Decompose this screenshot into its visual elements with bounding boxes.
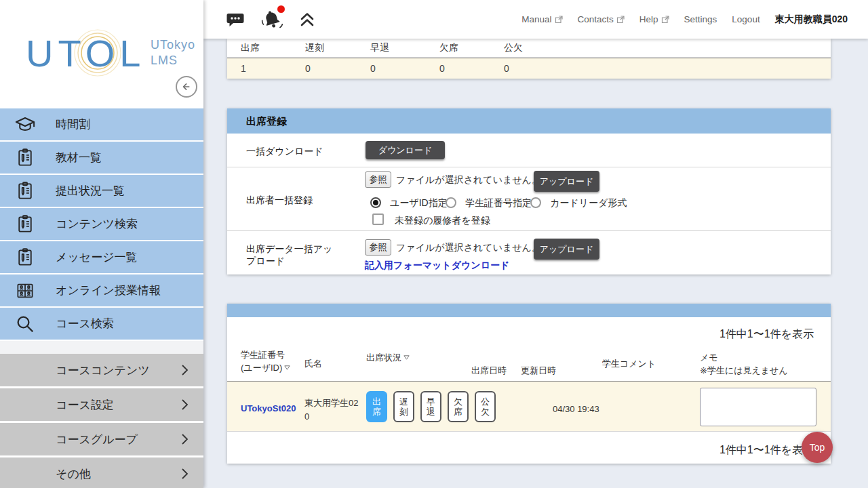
sidebar-item-others[interactable]: その他 — [0, 458, 203, 488]
section-title: 出席登録 — [227, 108, 831, 134]
summary-val-late: 0 — [305, 63, 370, 74]
sidebar-item-course-group[interactable]: コースグループ — [0, 423, 203, 455]
contacts-link-label: Contacts — [578, 14, 614, 24]
logo-subtitle-line1: UTokyo — [151, 37, 195, 53]
document-icon — [15, 247, 35, 268]
sidebar-item-course-search[interactable]: コース検索 — [0, 308, 203, 340]
arrow-left-icon — [180, 81, 193, 93]
help-link[interactable]: Help — [639, 14, 669, 24]
summary-col-attend: 出席 — [241, 42, 305, 54]
row-divider — [227, 230, 831, 231]
external-link-icon — [661, 16, 669, 24]
sidebar-item-label: コース検索 — [56, 316, 114, 331]
chevron-right-icon — [181, 399, 189, 411]
sidebar-item-content-search[interactable]: コンテンツ検索 — [0, 208, 203, 240]
register-unenrolled-checkbox[interactable] — [372, 214, 384, 225]
data-bulk-upload-label: 出席データ一括アップロード — [246, 243, 341, 267]
sidebar-item-messages[interactable]: メッセージ一覧 — [0, 241, 203, 273]
logout-link-label: Logout — [732, 14, 760, 24]
summary-col-absent: 欠席 — [439, 42, 504, 54]
radio-student-number-label: 学生証番号指定 — [465, 197, 532, 209]
status-attend-button[interactable]: 出席 — [366, 391, 387, 422]
sidebar-item-course-settings[interactable]: コース設定 — [0, 388, 203, 421]
attendance-summary-table: 出席 遅刻 早退 欠席 公欠 1 0 0 0 0 — [227, 39, 831, 79]
logout-link[interactable]: Logout — [732, 14, 760, 24]
sidebar: UTOL UTokyo LMS 時間割 教材一覧 — [0, 0, 203, 488]
result-count-text: 1件中1〜1件を表示 — [719, 443, 814, 458]
status-late-button[interactable]: 遅刻 — [393, 391, 414, 422]
radio-student-number[interactable] — [446, 197, 456, 208]
settings-link-label: Settings — [684, 14, 717, 24]
top-bar: Manual Contacts Help Settings Logout 東大用… — [203, 0, 868, 39]
status-absent-button[interactable]: 欠席 — [448, 391, 469, 422]
radio-card-reader[interactable] — [530, 197, 541, 208]
student-attendance-table: 1件中1〜1件を表示 学生証番号 (ユーザID) 氏名 出席状況 出席日時 更新… — [227, 304, 831, 464]
format-download-link[interactable]: 記入用フォーマットダウンロード — [365, 260, 509, 272]
sidebar-collapse-button[interactable] — [176, 76, 197, 98]
column-header-status[interactable]: 出席状況 — [366, 352, 410, 365]
upload-button[interactable]: アップロード — [534, 239, 599, 260]
contacts-link[interactable]: Contacts — [578, 14, 625, 24]
download-button[interactable]: ダウンロード — [366, 141, 445, 159]
memo-textarea[interactable] — [700, 388, 816, 426]
chevron-right-icon — [181, 364, 189, 376]
summary-val-absent: 0 — [439, 63, 504, 74]
settings-link[interactable]: Settings — [684, 14, 717, 24]
sidebar-item-label: コース設定 — [56, 397, 114, 413]
topbar-links: Manual Contacts Help Settings Logout 東大用… — [521, 14, 868, 26]
attendance-register-section: 出席登録 一括ダウンロード ダウンロード 出席者一括登録 参照 ファイルが選択さ… — [227, 108, 831, 274]
summary-val-early: 0 — [370, 63, 439, 74]
sidebar-section-divider — [0, 341, 203, 354]
sidebar-item-materials[interactable]: 教材一覧 — [0, 142, 203, 174]
updated-timestamp: 04/30 19:43 — [553, 404, 599, 414]
logo-subtitle-line2: LMS — [151, 53, 195, 68]
search-icon — [15, 314, 35, 334]
logo-subtitle: UTokyo LMS — [151, 37, 195, 69]
document-icon — [15, 181, 35, 201]
people-grid-icon — [15, 281, 35, 301]
sidebar-item-submission-status[interactable]: 提出状況一覧 — [0, 175, 203, 207]
collapse-header-button[interactable] — [299, 12, 315, 28]
chevron-right-icon — [181, 468, 189, 480]
summary-val-excused: 0 — [504, 63, 509, 74]
notifications-button[interactable] — [261, 8, 283, 31]
summary-col-early: 早退 — [370, 42, 439, 54]
manual-link[interactable]: Manual — [521, 14, 562, 24]
register-unenrolled-label: 未登録の履修者を登録 — [395, 215, 490, 227]
upload-button[interactable]: アップロード — [534, 171, 599, 192]
document-icon — [15, 214, 35, 235]
grad-cap-icon — [15, 115, 35, 135]
external-link-icon — [555, 16, 563, 24]
attendee-bulk-register-label: 出席者一括登録 — [246, 195, 313, 207]
logo-area: UTOL UTokyo LMS — [0, 0, 203, 108]
browse-file-button[interactable]: 参照 — [365, 171, 391, 188]
status-excused-button[interactable]: 公欠 — [475, 391, 496, 422]
student-id-link[interactable]: UTokyoSt020 — [241, 403, 296, 413]
column-header-student-id[interactable]: 学生証番号 (ユーザID) — [241, 349, 290, 375]
scroll-to-top-button[interactable]: Top — [802, 432, 833, 463]
summary-val-attend: 1 — [241, 63, 305, 74]
topbar-icons — [203, 8, 315, 31]
sidebar-item-label: コースコンテンツ — [56, 363, 150, 378]
sidebar-item-timetable[interactable]: 時間割 — [0, 108, 203, 140]
sidebar-item-online-class-info[interactable]: オンライン授業情報 — [0, 274, 203, 306]
messages-button[interactable] — [226, 10, 245, 29]
radio-user-id-label: ユーザID指定 — [390, 197, 448, 209]
document-icon — [15, 148, 35, 168]
sidebar-item-label: メッセージ一覧 — [56, 249, 138, 265]
row-separator — [227, 431, 831, 432]
chevron-right-icon — [181, 433, 189, 445]
summary-col-late: 遅刻 — [305, 42, 370, 54]
browse-file-button[interactable]: 参照 — [365, 239, 391, 256]
sort-icon — [284, 365, 290, 370]
summary-data-row: 1 0 0 0 0 — [227, 58, 831, 79]
column-header-attend-time: 出席日時 — [471, 365, 507, 378]
current-user-name: 東大用教職員020 — [775, 14, 848, 26]
manual-link-label: Manual — [521, 14, 551, 24]
sidebar-item-course-contents[interactable]: コースコンテンツ — [0, 354, 203, 386]
result-count-text: 1件中1〜1件を表示 — [719, 327, 814, 342]
radio-user-id[interactable] — [370, 197, 381, 208]
column-header-memo: メモ ※学生には見えません — [700, 352, 788, 378]
external-link-icon — [616, 16, 625, 24]
status-early-leave-button[interactable]: 早退 — [420, 391, 441, 422]
